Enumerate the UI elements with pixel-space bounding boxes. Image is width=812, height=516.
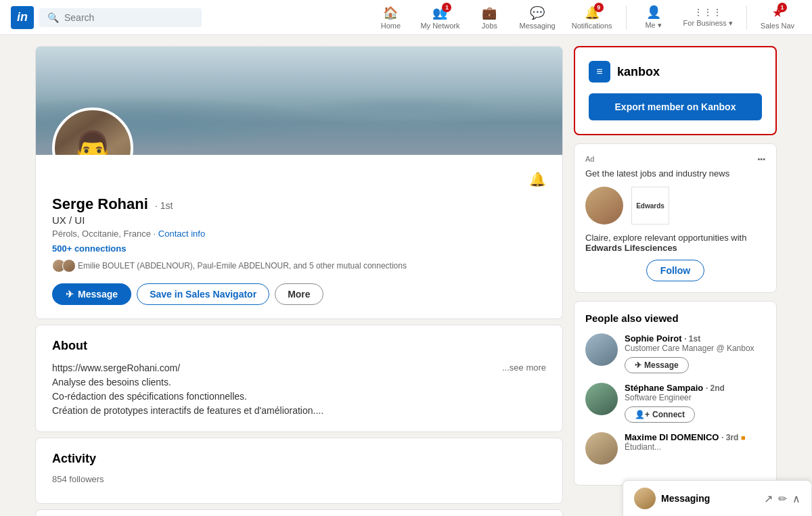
about-title: About	[52, 339, 546, 353]
kanbox-logo-icon: ≡	[596, 66, 602, 78]
list-item: Sophie Poirot · 1st Customer Care Manage…	[585, 333, 765, 373]
messaging-icons: ↗ ✏ ∧	[764, 492, 800, 505]
nav-item-forbusiness[interactable]: ⋮⋮⋮ For Business ▾	[677, 3, 740, 32]
message-icon: ✈	[66, 289, 74, 300]
message-sophie-button[interactable]: ✈ Message	[625, 357, 689, 373]
contact-info-link[interactable]: Contact info	[158, 229, 205, 239]
nav-divider-2	[746, 5, 747, 30]
profile-location: Pérols, Occitanie, France · Contact info	[52, 229, 546, 239]
nav-item-notifications[interactable]: 🔔9 Notifications	[565, 1, 619, 34]
person-title: Software Engineer	[625, 393, 765, 402]
notifications-icon: 🔔9	[585, 5, 600, 20]
nav-salesnav-label: Sales Nav	[761, 22, 794, 30]
people-also-viewed-title: People also viewed	[585, 312, 765, 324]
linkedin-logo[interactable]: in	[11, 6, 34, 29]
ad-label: Ad •••	[585, 155, 765, 163]
messaging-expand-icon[interactable]: ↗	[764, 492, 773, 505]
network-badge: 1	[442, 3, 451, 12]
ad-description: Get the latest jobs and industry news	[585, 168, 765, 179]
person-info-maxime: Maxime DI DOMENICO · 3rd ■ Étudiant...	[625, 432, 765, 456]
salesnav-icon: ★1	[772, 5, 783, 20]
activity-section: Activity 854 followers	[35, 438, 563, 504]
jobs-icon: 💼	[482, 5, 497, 20]
person-name: Maxime DI DOMENICO · 3rd ■	[625, 432, 765, 442]
me-icon: 👤	[646, 5, 661, 20]
ad-company-row: Edwards	[585, 187, 765, 225]
ad-follow-text: Claire, explore relevant opportunities w…	[585, 233, 765, 253]
connection-degree: · 1st	[155, 200, 173, 211]
activity-title: Activity	[52, 452, 546, 466]
notification-bell-icon[interactable]: 🔔	[529, 171, 546, 187]
profile-headline: UX / UI	[52, 214, 546, 226]
list-item: Maxime DI DOMENICO · 3rd ■ Étudiant...	[585, 432, 765, 465]
messaging-compose-icon[interactable]: ✏	[778, 492, 787, 505]
nav-item-messaging[interactable]: 💬 Messaging	[512, 1, 562, 34]
see-more-link[interactable]: ...see more	[502, 361, 546, 375]
messaging-avatar	[634, 488, 656, 509]
search-icon: 🔍	[47, 12, 59, 23]
message-icon-sm: ✈	[635, 360, 641, 370]
person-name: Sophie Poirot · 1st	[625, 333, 765, 344]
ad-person-avatar	[585, 187, 623, 225]
nav-items: 🏠 Home 👥1 My Network 💼 Jobs 💬 Messaging …	[370, 1, 801, 34]
profile-actions: ✈ Message Save in Sales Navigator More	[52, 283, 546, 305]
nav-messaging-label: Messaging	[519, 22, 555, 30]
message-button[interactable]: ✈ Message	[52, 283, 131, 305]
nav-divider	[626, 5, 627, 30]
profile-avatar-wrapper: 👨	[52, 108, 133, 155]
profile-body: 🔔 Serge Rohani · 1st UX / UI Pérols, Occ…	[36, 155, 562, 319]
connections-link[interactable]: 500+ connections	[52, 243, 126, 254]
person-title: Étudiant...	[625, 442, 765, 452]
kanbox-widget: ≡ kanbox Export member on Kanbox	[574, 46, 777, 135]
person-info-sophie: Sophie Poirot · 1st Customer Care Manage…	[625, 333, 765, 373]
save-salesnav-button[interactable]: Save in Sales Navigator	[137, 283, 269, 305]
messaging-bar[interactable]: Messaging ↗ ✏ ∧	[623, 480, 812, 516]
search-bar[interactable]: 🔍	[39, 8, 202, 27]
nav-network-label: My Network	[420, 22, 459, 30]
home-icon: 🏠	[383, 5, 398, 20]
nav-notifications-label: Notifications	[572, 22, 612, 30]
nav-home-label: Home	[381, 22, 401, 30]
messaging-icon: 💬	[530, 5, 545, 20]
salesnav-badge: 1	[777, 3, 787, 12]
kanbox-title: kanbox	[617, 65, 660, 79]
people-also-viewed: People also viewed Sophie Poirot · 1st C…	[574, 301, 777, 486]
page-layout: 👨 🔔 Serge Rohani · 1st UX / UI Pérols, O…	[24, 46, 788, 516]
messaging-label: Messaging	[661, 493, 759, 504]
nav-item-jobs[interactable]: 💼 Jobs	[469, 1, 510, 34]
kanbox-logo: ≡	[589, 61, 610, 83]
ad-more-icon[interactable]: •••	[757, 155, 765, 163]
person-title: Customer Care Manager @ Kanbox	[625, 344, 765, 353]
ad-card: Ad ••• Get the latest jobs and industry …	[574, 143, 777, 293]
person-avatar-sophie	[585, 333, 618, 366]
more-button[interactable]: More	[275, 283, 323, 305]
follow-button[interactable]: Follow	[646, 260, 704, 281]
profile-card: 👨 🔔 Serge Rohani · 1st UX / UI Pérols, O…	[35, 46, 563, 319]
messaging-collapse-icon[interactable]: ∧	[792, 492, 800, 505]
search-input[interactable]	[64, 12, 194, 23]
network-icon: 👥1	[432, 5, 447, 20]
mutual-avatars	[52, 259, 72, 273]
nav-item-me[interactable]: 👤 Me ▾	[633, 1, 674, 34]
person-avatar-maxime	[585, 432, 618, 465]
export-kanbox-button[interactable]: Export member on Kanbox	[589, 93, 762, 120]
about-section: About ...see more https://www.sergeRohan…	[35, 325, 563, 432]
kanbox-header: ≡ kanbox	[589, 61, 762, 83]
nav-jobs-label: Jobs	[482, 22, 497, 30]
connect-stephane-button[interactable]: 👤+ Connect	[625, 406, 695, 423]
mutual-connections-section: Emilie BOULET (ABDELNOUR), Paul-Emile AB…	[52, 259, 546, 273]
nav-item-salesnav[interactable]: ★1 Sales Nav	[754, 1, 801, 34]
about-text: ...see more https://www.sergeRohani.com/…	[52, 361, 546, 418]
linkedin-badge-icon: ■	[741, 433, 746, 442]
nav-item-mynetwork[interactable]: 👥1 My Network	[413, 1, 466, 34]
person-name: Stéphane Sampaio · 2nd	[625, 383, 765, 393]
business-icon: ⋮⋮⋮	[694, 7, 722, 18]
profile-avatar: 👨	[52, 108, 133, 155]
nav-item-home[interactable]: 🏠 Home	[370, 1, 411, 34]
experience-section: Experience	[35, 509, 563, 516]
mutual-avatar-2	[62, 259, 76, 273]
nav-business-label: For Business ▾	[683, 19, 733, 28]
edwards-logo-text: Edwards	[633, 200, 667, 212]
ad-company-logo: Edwards	[631, 187, 669, 225]
nav-me-label: Me ▾	[645, 21, 661, 30]
